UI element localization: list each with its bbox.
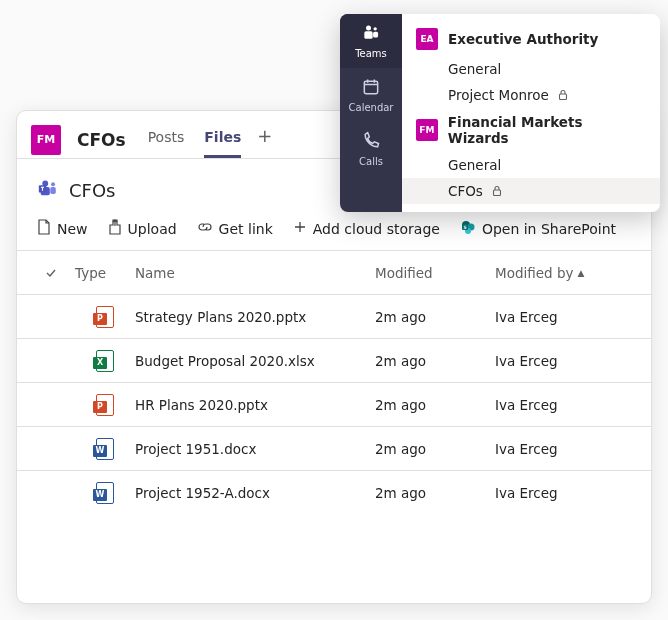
svg-point-11 bbox=[374, 27, 377, 30]
teams-list: EAExecutive AuthorityGeneralProject Monr… bbox=[402, 14, 660, 212]
cell-modified-by: Iva Erceg bbox=[495, 441, 641, 457]
file-type-icon: W bbox=[75, 482, 135, 504]
rail-item-calendar[interactable]: Calendar bbox=[340, 68, 402, 122]
cell-name: Project 1952-A.docx bbox=[135, 485, 375, 501]
file-type-icon: W bbox=[75, 438, 135, 460]
table-row[interactable]: XBudget Proposal 2020.xlsx2m agoIva Erce… bbox=[17, 338, 651, 382]
channel-title-label: CFOs bbox=[69, 180, 115, 201]
teams-icon bbox=[361, 23, 381, 45]
table-row[interactable]: WProject 1951.docx2m agoIva Erceg bbox=[17, 426, 651, 470]
rail-label: Calendar bbox=[349, 102, 394, 113]
rail-label: Teams bbox=[355, 48, 387, 59]
lock-icon bbox=[557, 89, 569, 101]
svg-rect-14 bbox=[364, 81, 377, 94]
file-type-icon: P bbox=[75, 306, 135, 328]
team-name: Financial Markets Wizards bbox=[448, 114, 646, 146]
upload-button[interactable]: Upload bbox=[108, 219, 177, 238]
cell-modified-by: Iva Erceg bbox=[495, 309, 641, 325]
cell-modified-by: Iva Erceg bbox=[495, 353, 641, 369]
table-header: Type Name Modified Modified by ▲ bbox=[17, 250, 651, 294]
team-header[interactable]: EAExecutive Authority bbox=[402, 22, 660, 56]
team-chip: FM bbox=[31, 125, 61, 155]
cell-name: Budget Proposal 2020.xlsx bbox=[135, 353, 375, 369]
lock-icon bbox=[491, 185, 503, 197]
tab-strip: PostsFiles bbox=[148, 121, 242, 158]
rail-item-teams[interactable]: Teams bbox=[340, 14, 402, 68]
plus-icon bbox=[293, 220, 307, 237]
rail-item-calls[interactable]: Calls bbox=[340, 122, 402, 176]
col-modified[interactable]: Modified bbox=[375, 265, 495, 281]
cell-modified: 2m ago bbox=[375, 309, 495, 325]
svg-text:S: S bbox=[463, 225, 466, 230]
cell-modified: 2m ago bbox=[375, 485, 495, 501]
col-type[interactable]: Type bbox=[75, 265, 135, 281]
files-toolbar: New Upload Get link Add cloud storage bbox=[17, 209, 651, 250]
file-type-icon: X bbox=[75, 350, 135, 372]
open-in-sharepoint-button[interactable]: S Open in SharePoint bbox=[460, 219, 616, 238]
channel-label: General bbox=[448, 61, 501, 77]
svg-rect-15 bbox=[559, 94, 566, 100]
sharepoint-icon: S bbox=[460, 219, 476, 238]
add-tab-button[interactable]: + bbox=[257, 125, 272, 154]
cell-modified-by: Iva Erceg bbox=[495, 397, 641, 413]
cell-name: Project 1951.docx bbox=[135, 441, 375, 457]
cell-name: HR Plans 2020.pptx bbox=[135, 397, 375, 413]
upload-icon bbox=[108, 219, 122, 238]
team-tile: EA bbox=[416, 28, 438, 50]
channel-item[interactable]: CFOs bbox=[402, 178, 660, 204]
new-label: New bbox=[57, 221, 88, 237]
channel-item[interactable]: General bbox=[402, 56, 660, 82]
cell-modified: 2m ago bbox=[375, 397, 495, 413]
app-rail: TeamsCalendarCalls bbox=[340, 14, 402, 212]
table-row[interactable]: WProject 1952-A.docx2m agoIva Erceg bbox=[17, 470, 651, 514]
svg-rect-12 bbox=[364, 31, 372, 39]
sort-ascending-icon: ▲ bbox=[577, 268, 584, 278]
rail-label: Calls bbox=[359, 156, 383, 167]
cell-modified: 2m ago bbox=[375, 353, 495, 369]
teams-icon bbox=[37, 177, 59, 203]
team-tile: FM bbox=[416, 119, 438, 141]
svg-rect-16 bbox=[493, 190, 500, 196]
tab-posts[interactable]: Posts bbox=[148, 129, 185, 158]
file-icon bbox=[37, 219, 51, 238]
team-name: Executive Authority bbox=[448, 31, 598, 47]
svg-rect-3 bbox=[50, 187, 55, 194]
svg-rect-13 bbox=[373, 32, 378, 38]
svg-point-10 bbox=[366, 26, 371, 31]
files-table: Type Name Modified Modified by ▲ PStrate… bbox=[17, 250, 651, 514]
channel-label: General bbox=[448, 157, 501, 173]
upload-label: Upload bbox=[128, 221, 177, 237]
channel-name: CFOs bbox=[77, 130, 126, 150]
col-name[interactable]: Name bbox=[135, 265, 375, 281]
get-link-label: Get link bbox=[219, 221, 273, 237]
new-button[interactable]: New bbox=[37, 219, 88, 238]
channel-label: CFOs bbox=[448, 183, 483, 199]
table-row[interactable]: PHR Plans 2020.pptx2m agoIva Erceg bbox=[17, 382, 651, 426]
calendar-icon bbox=[361, 77, 381, 99]
team-header[interactable]: FMFinancial Markets Wizards bbox=[402, 108, 660, 152]
tab-files[interactable]: Files bbox=[204, 129, 241, 158]
calls-icon bbox=[361, 131, 381, 153]
svg-point-1 bbox=[51, 182, 55, 186]
open-sp-label: Open in SharePoint bbox=[482, 221, 616, 237]
channel-label: Project Monroe bbox=[448, 87, 549, 103]
link-icon bbox=[197, 219, 213, 238]
col-modified-by[interactable]: Modified by ▲ bbox=[495, 265, 641, 281]
cell-modified-by: Iva Erceg bbox=[495, 485, 641, 501]
cell-name: Strategy Plans 2020.pptx bbox=[135, 309, 375, 325]
channel-item[interactable]: Project Monroe bbox=[402, 82, 660, 108]
cell-modified: 2m ago bbox=[375, 441, 495, 457]
select-all-toggle[interactable] bbox=[27, 266, 75, 280]
channel-item[interactable]: General bbox=[402, 152, 660, 178]
add-cloud-label: Add cloud storage bbox=[313, 221, 440, 237]
file-type-icon: P bbox=[75, 394, 135, 416]
table-row[interactable]: PStrategy Plans 2020.pptx2m agoIva Erceg bbox=[17, 294, 651, 338]
add-cloud-storage-button[interactable]: Add cloud storage bbox=[293, 220, 440, 237]
teams-popover: TeamsCalendarCalls EAExecutive Authority… bbox=[340, 14, 660, 212]
get-link-button[interactable]: Get link bbox=[197, 219, 273, 238]
